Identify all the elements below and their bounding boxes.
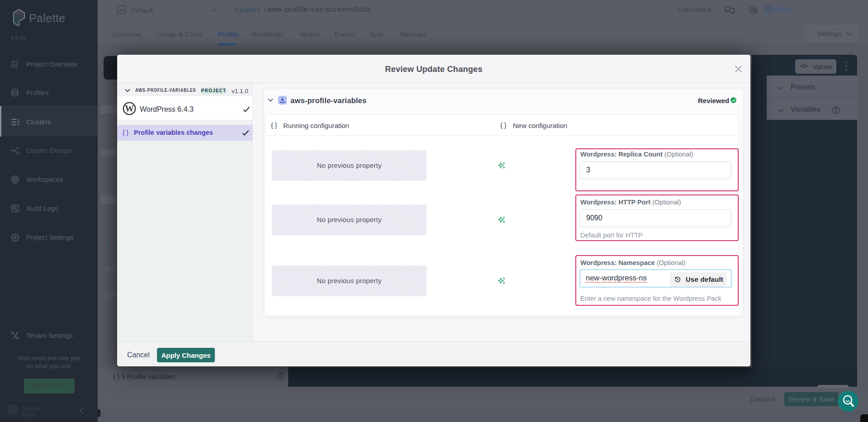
svg-text:W: W bbox=[125, 104, 134, 114]
